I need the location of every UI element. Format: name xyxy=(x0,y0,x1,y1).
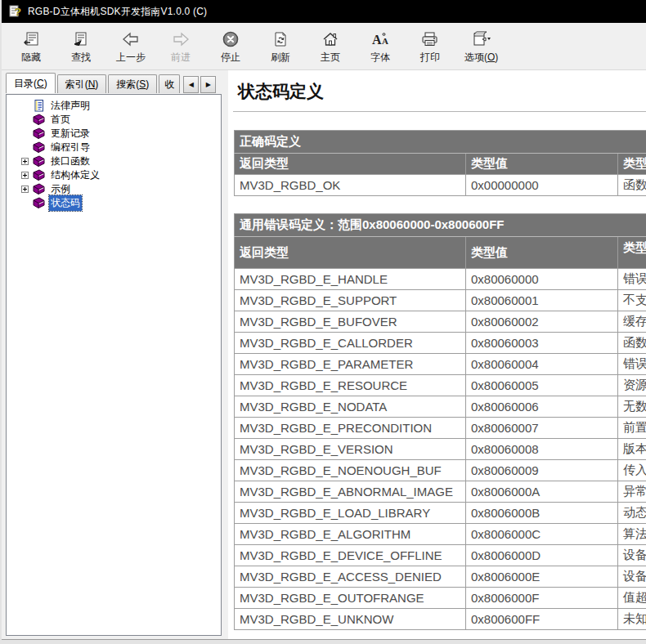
table-row: MV3D_RGBD_E_ALGORITHM0x8006000C算法错 xyxy=(235,524,646,545)
tree-item-更新记录[interactable]: 更新记录 xyxy=(8,127,219,141)
column-header: 类型值 xyxy=(466,154,618,175)
refresh-icon xyxy=(272,29,289,49)
tab-index[interactable]: 索引(N) xyxy=(57,74,107,93)
table-cell: 错误的 xyxy=(618,354,646,375)
table-cell: MV3D_RGBD_E_NOENOUGH_BUF xyxy=(235,460,466,481)
tree-item-接口函数[interactable]: 接口函数 xyxy=(8,154,219,168)
table-cell: MV3D_RGBD_E_VERSION xyxy=(235,439,466,460)
table-cell: MV3D_RGBD_E_PRECONDITION xyxy=(235,418,466,439)
refresh-button[interactable]: 刷新 xyxy=(259,26,302,69)
print-button[interactable]: 打印 xyxy=(409,26,451,69)
table-row: MV3D_RGBD_E_ABNORMAL_IMAGE0x8006000A异常图 xyxy=(235,481,646,503)
table-cell: 不支持 xyxy=(618,290,646,311)
toolbar-button-label: 前进 xyxy=(171,51,191,65)
stop-icon xyxy=(222,29,240,49)
tree-item-label: 状态码 xyxy=(49,195,82,211)
book-icon xyxy=(32,183,46,195)
table-cell: 0x80060003 xyxy=(466,333,618,354)
table-cell: MV3D_RGBD_E_CALLORDER xyxy=(235,333,466,354)
window-title: RGB-D立体相机SDK开发指南V1.0.0 (C) xyxy=(28,5,207,19)
table-cell: 0x80060009 xyxy=(466,460,618,481)
toolbar-button-label: 上一步 xyxy=(116,51,146,65)
table-row: MV3D_RGBD_E_SUPPORT0x80060001不支持 xyxy=(235,290,646,311)
tree-item-示例[interactable]: 示例 xyxy=(8,182,219,196)
hide-button[interactable]: 隐藏 xyxy=(10,26,52,69)
table-cell: 无数据 xyxy=(618,396,646,418)
column-header: 返回类型 xyxy=(235,154,466,175)
table-row: MV3D_RGBD_E_NODATA0x80060006无数据 xyxy=(235,396,646,418)
book-icon xyxy=(32,141,46,154)
font-icon: AA xyxy=(370,29,390,49)
tables-container: 正确码定义返回类型类型值类型值MV3D_RGBD_OK0x00000000函数调… xyxy=(233,130,646,630)
table-row: MV3D_RGBD_E_CALLORDER0x80060003函数调 xyxy=(235,333,646,354)
navigation-sidebar: 目录(C)索引(N)搜索(S)收◀▶ 法律声明首页更新记录编程引导接口函数结构体… xyxy=(2,70,225,639)
table-cell: 0x80060001 xyxy=(466,290,618,311)
page-icon xyxy=(32,100,46,112)
expand-plus-icon[interactable] xyxy=(21,172,29,179)
table-cell: 0x8006000C xyxy=(466,524,618,545)
toolbar-button-label: 隐藏 xyxy=(21,51,41,65)
table-row: MV3D_RGBD_E_LOAD_LIBRARY0x8006000B动态导 xyxy=(235,503,646,524)
table-cell: 未知的 xyxy=(618,609,646,630)
tree-item-编程引导[interactable]: 编程引导 xyxy=(8,141,219,154)
titlebar[interactable]: ? RGB-D立体相机SDK开发指南V1.0.0 (C) xyxy=(2,0,646,23)
forward-button: 前进 xyxy=(159,26,202,69)
table-cell: 函数调 xyxy=(618,333,646,354)
tree-item-首页[interactable]: 首页 xyxy=(8,113,219,127)
toolbar: 隐藏查找上一步前进停止刷新主页AA字体打印选项(O) xyxy=(2,23,646,70)
book-icon xyxy=(32,169,46,181)
column-header: 返回类型 xyxy=(235,237,466,269)
table-cell: MV3D_RGBD_E_ACCESS_DENIED xyxy=(235,566,466,588)
toolbar-button-label: 选项(O) xyxy=(464,51,498,65)
font-button[interactable]: AA字体 xyxy=(359,26,402,69)
expand-plus-icon[interactable] xyxy=(21,158,29,165)
options-button[interactable]: 选项(O) xyxy=(459,26,504,69)
table-cell: 0x80060006 xyxy=(466,396,618,418)
help-app-icon: ? xyxy=(8,4,23,19)
tab-search[interactable]: 搜索(S) xyxy=(108,74,157,93)
table-row: MV3D_RGBD_E_PRECONDITION0x80060007前置条 xyxy=(235,418,646,439)
toolbar-button-label: 查找 xyxy=(71,51,91,65)
table-cell: 函数调 xyxy=(618,175,646,196)
table-cell: 0x80060000 xyxy=(466,269,618,290)
table-cell: 传入的 xyxy=(618,460,646,481)
table-cell: 算法错 xyxy=(618,524,646,545)
page-title: 状态码定义 xyxy=(238,80,646,103)
table-cell: MV3D_RGBD_E_DEVICE_OFFLINE xyxy=(235,545,466,566)
table-row: MV3D_RGBD_E_UNKNOW0x800600FF未知的 xyxy=(235,609,646,630)
column-header: 类型值 xyxy=(618,237,646,269)
table-cell: 0x00000000 xyxy=(466,175,618,196)
tree-item-结构体定义[interactable]: 结构体定义 xyxy=(8,168,219,182)
home-button[interactable]: 主页 xyxy=(309,26,352,69)
expand-plus-icon[interactable] xyxy=(21,186,29,193)
table-cell: 版本不 xyxy=(618,439,646,460)
table-cell: MV3D_RGBD_E_RESOURCE xyxy=(235,375,466,396)
table-cell: 0x80060004 xyxy=(466,354,618,375)
table-row: MV3D_RGBD_E_BUFOVER0x80060002缓存已 xyxy=(235,311,646,333)
locate-icon xyxy=(72,29,90,49)
stop-button[interactable]: 停止 xyxy=(209,26,252,69)
tab-scroll-right-button[interactable]: ▶ xyxy=(200,76,216,93)
forward-icon xyxy=(170,29,191,49)
table-cell: 0x800600FF xyxy=(466,609,618,630)
back-icon xyxy=(120,29,141,49)
svg-text:?: ? xyxy=(15,6,21,18)
svg-text:A: A xyxy=(382,36,388,46)
locate-button[interactable]: 查找 xyxy=(60,26,102,69)
table-cell: 0x8006000B xyxy=(466,503,618,524)
column-header: 类型值 xyxy=(466,237,618,269)
toolbar-button-label: 停止 xyxy=(221,51,240,65)
table-cell: 异常图 xyxy=(618,481,646,503)
tab-scroll-left-button[interactable]: ◀ xyxy=(183,76,199,93)
tab-favorites[interactable]: 收 xyxy=(159,74,180,93)
title-divider xyxy=(233,111,646,112)
table-row: MV3D_RGBD_E_OUTOFRANGE0x8006000F值超出 xyxy=(235,588,646,609)
table-cell: 设备无 xyxy=(618,566,646,588)
tree-item-状态码[interactable]: 状态码 xyxy=(8,196,219,210)
tab-contents[interactable]: 目录(C) xyxy=(6,73,56,93)
table-cell: MV3D_RGBD_E_SUPPORT xyxy=(235,290,466,311)
back-button[interactable]: 上一步 xyxy=(110,26,152,69)
tree-item-法律声明[interactable]: 法律声明 xyxy=(8,99,219,113)
table-cell: MV3D_RGBD_E_UNKNOW xyxy=(235,609,466,630)
toolbar-button-label: 主页 xyxy=(321,51,340,65)
